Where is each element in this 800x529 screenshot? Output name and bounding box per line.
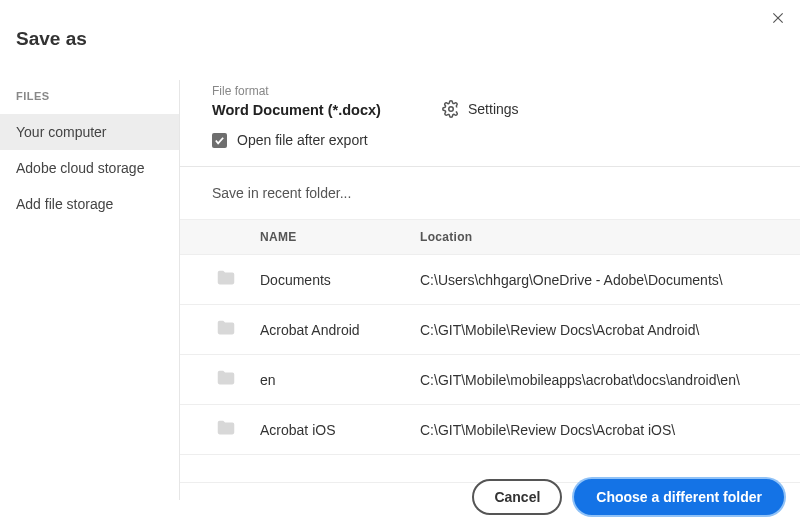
folder-icon: [212, 417, 240, 439]
table-row[interactable]: Documents C:\Users\chhgarg\OneDrive - Ad…: [180, 255, 800, 305]
settings-button[interactable]: Settings: [442, 100, 519, 118]
row-location: C:\Users\chhgarg\OneDrive - Adobe\Docume…: [420, 272, 800, 288]
folder-icon: [212, 267, 240, 289]
table-row[interactable]: Acrobat iOS C:\GIT\Mobile\Review Docs\Ac…: [180, 405, 800, 455]
open-after-checkbox[interactable]: [212, 133, 227, 148]
row-location: C:\GIT\Mobile\mobileapps\acrobat\docs\an…: [420, 372, 800, 388]
row-name: en: [260, 372, 420, 388]
choose-folder-button[interactable]: Choose a different folder: [574, 479, 784, 515]
row-location: C:\GIT\Mobile\Review Docs\Acrobat iOS\: [420, 422, 800, 438]
sidebar-item-label: Add file storage: [16, 196, 113, 212]
close-icon: [771, 11, 785, 25]
folder-icon: [212, 367, 240, 389]
content-pane: File format Word Document (*.docx) Setti…: [180, 80, 800, 500]
folder-icon: [212, 317, 240, 339]
svg-point-2: [449, 107, 454, 112]
row-name: Acrobat iOS: [260, 422, 420, 438]
recent-folder-label: Save in recent folder...: [180, 167, 800, 219]
file-format-block[interactable]: File format Word Document (*.docx): [212, 84, 442, 118]
file-format-label: File format: [212, 84, 442, 98]
column-location: Location: [420, 230, 800, 244]
sidebar: FILES Your computer Adobe cloud storage …: [0, 80, 180, 500]
sidebar-item-label: Your computer: [16, 124, 107, 140]
dialog-title: Save as: [0, 0, 800, 50]
sidebar-item-your-computer[interactable]: Your computer: [0, 114, 179, 150]
sidebar-item-label: Adobe cloud storage: [16, 160, 144, 176]
cancel-button[interactable]: Cancel: [472, 479, 562, 515]
sidebar-item-add-storage[interactable]: Add file storage: [0, 186, 179, 222]
sidebar-item-cloud-storage[interactable]: Adobe cloud storage: [0, 150, 179, 186]
row-name: Documents: [260, 272, 420, 288]
check-icon: [214, 135, 225, 146]
open-after-label: Open file after export: [237, 132, 368, 148]
close-button[interactable]: [768, 8, 788, 28]
table-header: NAME Location: [180, 219, 800, 255]
table-row[interactable]: Acrobat Android C:\GIT\Mobile\Review Doc…: [180, 305, 800, 355]
sidebar-heading: FILES: [0, 84, 179, 114]
table-row[interactable]: en C:\GIT\Mobile\mobileapps\acrobat\docs…: [180, 355, 800, 405]
column-name: NAME: [260, 230, 420, 244]
gear-icon: [442, 100, 460, 118]
row-location: C:\GIT\Mobile\Review Docs\Acrobat Androi…: [420, 322, 800, 338]
settings-label: Settings: [468, 101, 519, 117]
footer: Cancel Choose a different folder: [472, 479, 784, 515]
file-format-value: Word Document (*.docx): [212, 102, 442, 118]
row-name: Acrobat Android: [260, 322, 420, 338]
